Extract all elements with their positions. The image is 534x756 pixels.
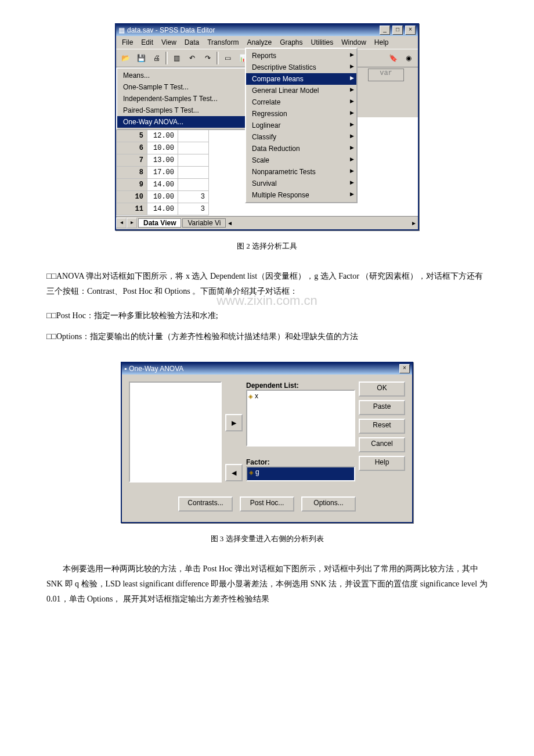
menu-analyze[interactable]: Analyze [243,37,275,48]
window-title: data.sav - SPSS Data Editor [127,26,215,34]
row-header[interactable]: 10 [117,191,147,203]
dialog-close-button[interactable]: × [399,364,410,373]
use-sets-icon[interactable]: ◉ [402,51,416,65]
cell[interactable]: 12.00 [147,130,178,142]
row-header[interactable]: 5 [117,130,147,142]
value-labels-icon[interactable]: 🔖 [386,51,400,65]
menu-help[interactable]: Help [371,37,392,48]
cell[interactable] [178,167,209,179]
anova-titlebar: ▪ One-Way ANOVA × [122,363,412,375]
maximize-button[interactable]: □ [392,26,403,35]
redo-icon[interactable]: ↷ [201,51,215,65]
factor-item-g[interactable]: g [249,468,259,476]
row-header[interactable]: 9 [117,179,147,191]
move-to-dependent-button[interactable]: ▶ [225,414,243,431]
print-icon[interactable]: 🖨 [150,51,164,65]
tab-data-view[interactable]: Data View [138,218,181,228]
descriptive-stats-item[interactable]: Descriptive Statistics [246,62,356,73]
help-button[interactable]: Help [359,456,405,471]
factor-box[interactable]: g [246,466,355,481]
dialog-recall-icon[interactable]: ▥ [169,51,183,65]
nonparametric-item[interactable]: Nonparametric Tests [246,166,356,178]
placeholder-box: □□ [46,311,56,320]
menu-graphs[interactable]: Graphs [276,37,306,48]
cell[interactable]: 10.00 [147,142,178,154]
spss-titlebar: ▦ data.sav - SPSS Data Editor _ □ × [116,24,418,36]
cell[interactable] [178,154,209,167]
cell[interactable]: 3 [178,203,209,215]
paragraph-2-text: Post Hoc：指定一种多重比较检验方法和水准; [56,311,218,320]
cell[interactable]: 10.00 [147,191,178,203]
regression-item[interactable]: Regression [246,108,356,120]
placeholder-box: □□ [46,332,56,341]
compare-means-submenu: Means... One-Sample T Test... Independen… [116,67,246,130]
dialog-icon: ▪ [124,365,127,373]
glm-item[interactable]: General Linear Model [246,85,356,96]
ok-button[interactable]: OK [359,381,405,397]
cell[interactable]: 17.00 [147,167,178,179]
menu-edit[interactable]: Edit [138,37,157,48]
row-header[interactable]: 11 [117,203,147,215]
move-to-factor-button[interactable]: ◀ [225,464,243,481]
row-header[interactable]: 8 [117,167,147,179]
paragraph-4: 本例要选用一种两两比较的方法，单击 Post Hoc 弹出对话框如下图所示，对话… [46,561,488,607]
paired-samples-t-item[interactable]: Paired-Samples T Test... [117,105,245,116]
analyze-menu: Reports Descriptive Statistics Compare M… [245,48,358,203]
cell[interactable]: 13.00 [147,154,178,167]
cell[interactable] [178,179,209,191]
tab-scroll-right[interactable]: ▸ [127,218,137,228]
classify-item[interactable]: Classify [246,131,356,143]
reset-button[interactable]: Reset [359,419,405,434]
goto-case-icon[interactable]: ▭ [221,51,234,65]
tab-variable-view[interactable]: Variable Vi [182,218,226,228]
loglinear-item[interactable]: Loglinear [246,120,356,131]
menu-window[interactable]: Window [338,37,370,48]
cell[interactable]: 14.00 [147,179,178,191]
menu-file[interactable]: File [118,37,136,48]
cell[interactable] [178,130,209,142]
cell[interactable]: 3 [178,191,209,203]
oneway-anova-dialog: ▪ One-Way ANOVA × ▶ Dependent List: x OK… [121,362,413,523]
close-button[interactable]: × [405,26,416,35]
undo-icon[interactable]: ↶ [185,51,199,65]
factor-label: Factor: [246,458,355,466]
data-reduction-item[interactable]: Data Reduction [246,143,356,154]
multiple-response-item[interactable]: Multiple Response [246,189,356,201]
menu-transform[interactable]: Transform [204,37,242,48]
reports-item[interactable]: Reports [246,50,356,62]
dependent-list[interactable]: x [246,390,355,447]
row-header[interactable]: 6 [117,142,147,154]
scale-item[interactable]: Scale [246,154,356,166]
menu-utilities[interactable]: Utilities [307,37,337,48]
save-icon[interactable]: 💾 [134,51,148,65]
paragraph-1: □□ANOVA 弹出对话框如下图所示，将 x 选入 Dependent list… [46,269,488,299]
dependent-item-x[interactable]: x [248,392,258,400]
menu-data[interactable]: Data [181,37,203,48]
variable-source-list[interactable] [129,381,222,483]
column-header-var[interactable]: var [368,69,404,81]
minimize-button[interactable]: _ [380,26,390,35]
cancel-button[interactable]: Cancel [359,437,405,452]
app-icon: ▦ [118,26,125,34]
menu-view[interactable]: View [158,37,180,48]
correlate-item[interactable]: Correlate [246,96,356,108]
menubar[interactable]: File Edit View Data Transform Analyze Gr… [116,36,418,49]
placeholder-box: □□ [46,272,56,280]
tab-scroll-left[interactable]: ◂ [116,218,127,228]
cell[interactable] [178,142,209,154]
cell[interactable]: 14.00 [147,203,178,215]
one-way-anova-item[interactable]: One-Way ANOVA... [117,116,245,128]
figure2-caption: 图 2 选择分析工具 [46,241,488,251]
means-item[interactable]: Means... [117,70,245,81]
contrasts-button[interactable]: Contrasts... [178,496,233,512]
sheet-tabs: ◂ ▸ Data View Variable Vi ◂ ▸ [116,216,418,229]
one-sample-t-item[interactable]: One-Sample T Test... [117,81,245,93]
posthoc-button[interactable]: Post Hoc... [240,496,294,512]
paste-button[interactable]: Paste [359,400,405,415]
compare-means-item[interactable]: Compare Means [246,73,356,85]
options-button[interactable]: Options... [301,496,356,512]
row-header[interactable]: 7 [117,154,147,167]
independent-samples-t-item[interactable]: Independent-Samples T Test... [117,93,245,105]
survival-item[interactable]: Survival [246,178,356,189]
open-icon[interactable]: 📂 [118,51,132,65]
